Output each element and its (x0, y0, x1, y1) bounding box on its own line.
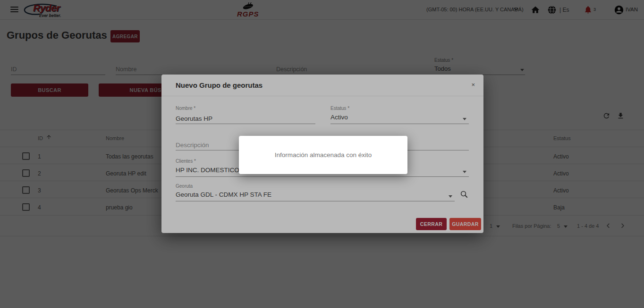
success-toast: Información almacenada con éxito (239, 136, 407, 174)
toast-message: Información almacenada con éxito (275, 151, 372, 158)
screen: Ryder Ever better. RGPS (GMT-05: 00) HOR… (0, 0, 644, 308)
